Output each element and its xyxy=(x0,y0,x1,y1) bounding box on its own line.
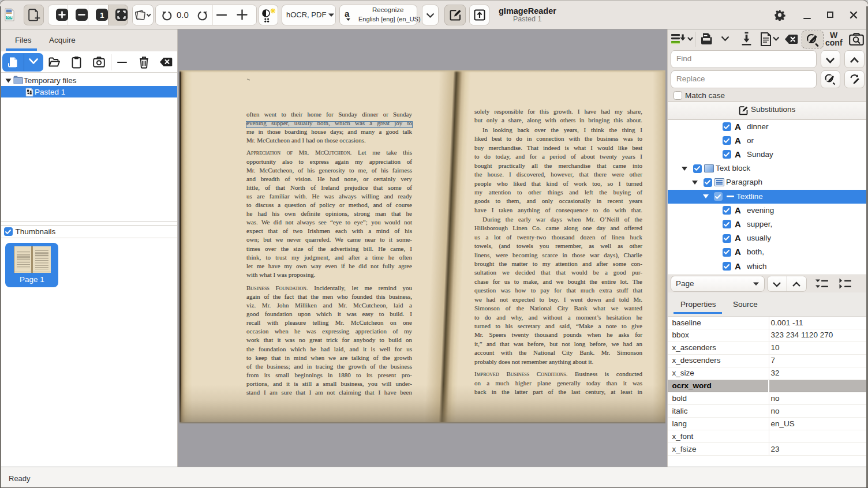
svg-text:a: a xyxy=(345,9,350,18)
svg-text:OCR: OCR xyxy=(6,16,13,19)
svg-text:1: 1 xyxy=(100,11,104,20)
